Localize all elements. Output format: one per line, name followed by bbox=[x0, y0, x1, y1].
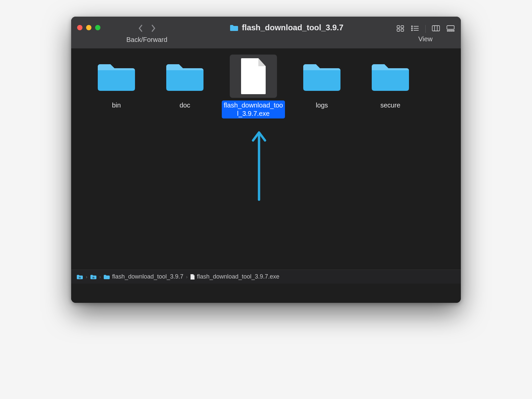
svg-rect-14 bbox=[447, 30, 449, 31]
svg-rect-13 bbox=[447, 26, 454, 29]
file-icon bbox=[230, 55, 277, 98]
svg-point-4 bbox=[412, 26, 413, 27]
svg-point-8 bbox=[412, 30, 413, 31]
path-bar: ››flash_download_tool_3.9.7›flash_downlo… bbox=[71, 270, 461, 284]
forward-button[interactable] bbox=[151, 24, 156, 34]
svg-rect-0 bbox=[397, 26, 400, 28]
folder-icon bbox=[93, 55, 140, 98]
icon-view-button[interactable] bbox=[396, 25, 405, 33]
folder-item[interactable]: doc bbox=[152, 55, 218, 118]
folder-icon bbox=[230, 24, 238, 31]
file-grid[interactable]: bindocflash_download_tool_3.9.7.exelogss… bbox=[71, 49, 461, 270]
item-label: secure bbox=[378, 100, 402, 110]
gallery-icon bbox=[446, 25, 455, 32]
path-segment[interactable]: flash_download_tool_3.9.7 bbox=[103, 273, 183, 280]
file-item[interactable]: flash_download_tool_3.9.7.exe bbox=[220, 55, 287, 118]
grid-icon bbox=[396, 25, 405, 32]
chevron-right-icon: › bbox=[186, 274, 188, 280]
home-folder-icon bbox=[90, 274, 97, 280]
finder-window: Back/Forward flash_download_tool_3.9.7 bbox=[71, 17, 461, 303]
folder-icon bbox=[298, 55, 345, 98]
window-toolbar: Back/Forward flash_download_tool_3.9.7 bbox=[71, 17, 461, 49]
item-label: logs bbox=[314, 100, 330, 110]
home-folder-icon bbox=[76, 274, 83, 280]
folder-icon bbox=[161, 55, 208, 98]
title-group: flash_download_tool_3.9.7 bbox=[180, 23, 393, 32]
annotation-arrow-icon bbox=[250, 128, 268, 202]
svg-rect-1 bbox=[401, 26, 404, 28]
divider bbox=[425, 25, 426, 33]
list-icon bbox=[411, 25, 419, 32]
back-button[interactable] bbox=[138, 24, 143, 34]
svg-rect-17 bbox=[453, 30, 454, 31]
bottom-spacer bbox=[71, 284, 461, 303]
path-segment[interactable] bbox=[90, 274, 97, 280]
view-group: View bbox=[396, 22, 455, 43]
folder-icon bbox=[367, 55, 414, 98]
column-view-button[interactable] bbox=[432, 25, 440, 33]
nav-label: Back/Forward bbox=[126, 36, 167, 44]
chevron-left-icon bbox=[138, 24, 143, 33]
chevron-right-icon: › bbox=[86, 274, 87, 280]
zoom-icon[interactable] bbox=[95, 25, 100, 30]
svg-rect-10 bbox=[432, 26, 440, 31]
folder-icon bbox=[103, 274, 110, 280]
view-label: View bbox=[418, 35, 433, 43]
columns-icon bbox=[432, 25, 440, 32]
path-segment-label: flash_download_tool_3.9.7 bbox=[112, 273, 183, 280]
svg-rect-3 bbox=[401, 29, 404, 31]
minimize-icon[interactable] bbox=[86, 25, 91, 30]
close-icon[interactable] bbox=[77, 25, 82, 30]
item-label: doc bbox=[178, 100, 192, 110]
folder-item[interactable]: logs bbox=[289, 55, 355, 118]
item-label: flash_download_tool_3.9.7.exe bbox=[222, 100, 285, 118]
file-icon bbox=[190, 274, 195, 280]
gallery-view-button[interactable] bbox=[446, 25, 455, 33]
svg-rect-16 bbox=[451, 30, 453, 31]
window-title: flash_download_tool_3.9.7 bbox=[242, 23, 343, 32]
traffic-lights bbox=[77, 25, 100, 30]
svg-rect-15 bbox=[449, 30, 451, 31]
svg-rect-2 bbox=[397, 29, 400, 31]
path-segment-label: flash_download_tool_3.9.7.exe bbox=[197, 273, 279, 280]
nav-group: Back/Forward bbox=[126, 21, 167, 44]
folder-item[interactable]: bin bbox=[83, 55, 150, 118]
path-segment[interactable]: flash_download_tool_3.9.7.exe bbox=[190, 273, 279, 280]
path-segment[interactable] bbox=[76, 274, 83, 280]
list-view-button[interactable] bbox=[411, 25, 419, 33]
svg-point-6 bbox=[412, 28, 413, 29]
chevron-right-icon: › bbox=[99, 274, 101, 280]
item-label: bin bbox=[110, 100, 123, 110]
chevron-right-icon bbox=[151, 24, 156, 33]
folder-item[interactable]: secure bbox=[357, 55, 424, 118]
